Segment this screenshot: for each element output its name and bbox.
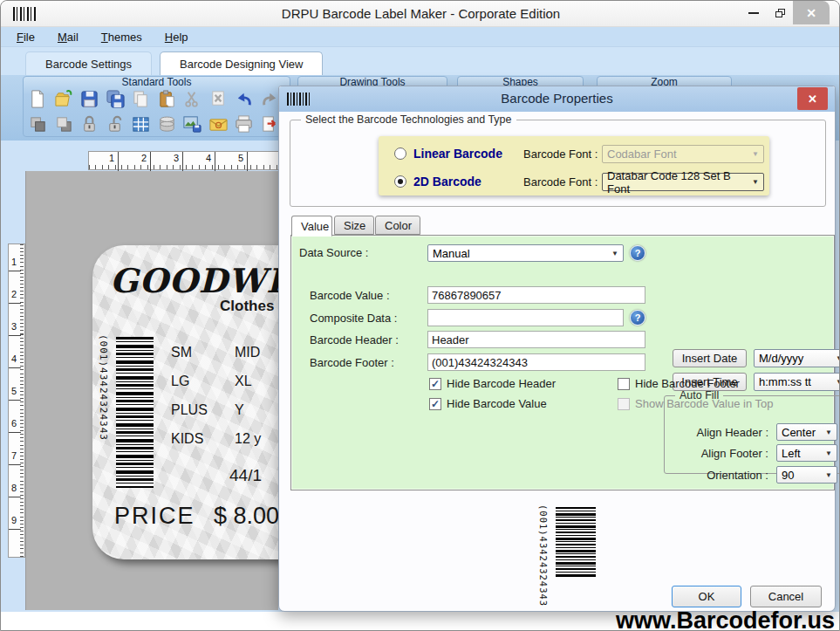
- redo-icon[interactable]: [259, 88, 281, 110]
- title-bar: DRPU Barcode Label Maker - Corporate Edi…: [1, 1, 840, 27]
- minimize-icon: [748, 12, 759, 14]
- close-icon: ✕: [806, 6, 816, 20]
- barcode-header-label: Barcode Header :: [310, 333, 399, 346]
- checkbox-icon: [618, 378, 630, 390]
- cut-icon[interactable]: [181, 88, 203, 110]
- preview-barcode-text: (001)43424324343: [538, 504, 549, 581]
- hide-barcode-footer-checkbox[interactable]: Hide Barcode Footer: [618, 377, 740, 390]
- dialog-title: Barcode Properties: [279, 91, 835, 106]
- 2d-barcode-radio[interactable]: [394, 175, 406, 188]
- barcode-header-input[interactable]: Header: [427, 331, 645, 348]
- orientation-dropdown[interactable]: 90▼: [776, 466, 837, 484]
- cancel-button[interactable]: Cancel: [750, 586, 822, 607]
- checkbox-icon: [429, 398, 441, 410]
- barcode-footer-label: Barcode Footer :: [310, 356, 394, 369]
- vruler-number: 3: [11, 321, 17, 332]
- technology-panel: Linear Barcode Barcode Font : Codabar Fo…: [379, 136, 769, 195]
- checkbox-icon: [618, 398, 630, 410]
- watermark-text: www.Barcodefor.us: [616, 607, 835, 631]
- linear-font-dropdown[interactable]: Codabar Font ▼: [602, 145, 764, 163]
- database-icon[interactable]: [156, 113, 178, 135]
- menu-help[interactable]: Help: [165, 31, 188, 44]
- save-icon[interactable]: [79, 88, 100, 110]
- align-footer-label: Align Footer :: [688, 447, 768, 460]
- tab-barcode-settings[interactable]: Barcode Settings: [25, 51, 152, 75]
- dialog-tab-color[interactable]: Color: [375, 216, 420, 235]
- label-price-caption: PRICE: [114, 503, 195, 530]
- insert-date-button[interactable]: Insert Date: [673, 349, 747, 367]
- hide-barcode-header-checkbox[interactable]: Hide Barcode Header: [429, 377, 556, 390]
- barcode-properties-dialog: Barcode Properties ✕ Select the Barcode …: [278, 86, 836, 612]
- vruler-number: 5: [11, 386, 17, 396]
- align-header-dropdown[interactable]: Center▼: [776, 423, 837, 441]
- bring-to-front-icon[interactable]: [27, 113, 49, 135]
- dialog-tab-size[interactable]: Size: [334, 216, 374, 235]
- dialog-close-button[interactable]: ✕: [797, 87, 828, 110]
- new-document-icon[interactable]: [27, 88, 49, 110]
- data-source-dropdown[interactable]: Manual▼: [427, 244, 624, 262]
- export-image-icon[interactable]: [181, 113, 203, 135]
- chevron-down-icon: ▼: [752, 178, 759, 186]
- vruler-number: 6: [11, 418, 17, 429]
- standard-toolbar: [27, 88, 289, 139]
- data-source-help-icon[interactable]: ?: [630, 245, 645, 261]
- hide-barcode-value-checkbox[interactable]: Hide Barcode Value: [429, 397, 547, 410]
- email-icon[interactable]: [208, 113, 229, 135]
- menu-themes[interactable]: Themes: [101, 31, 142, 44]
- menu-mail[interactable]: Mail: [58, 31, 79, 44]
- date-format-dropdown[interactable]: M/d/yyyy▼: [754, 349, 840, 367]
- group-standard-tools-title: Standard Tools: [24, 76, 290, 88]
- dialog-close-icon: ✕: [808, 93, 817, 106]
- paste-icon[interactable]: [156, 88, 178, 110]
- print-icon[interactable]: [233, 113, 255, 135]
- barcode-value-input[interactable]: 76867890657: [427, 286, 645, 304]
- vruler-number: 1: [11, 257, 17, 267]
- copy-icon[interactable]: [130, 88, 152, 110]
- show-barcode-value-top-checkbox[interactable]: Show Barcode Value in Top: [618, 397, 774, 410]
- menu-file[interactable]: File: [17, 31, 35, 44]
- linear-barcode-radio[interactable]: [394, 147, 406, 160]
- minimize-button[interactable]: [741, 1, 767, 25]
- align-header-label: Align Header :: [688, 426, 768, 439]
- window-title: DRPU Barcode Label Maker - Corporate Edi…: [1, 6, 840, 21]
- close-button[interactable]: ✕: [793, 1, 830, 24]
- label-barcode-text: (001)43424324343: [98, 334, 109, 491]
- menu-bar: FileMailThemesHelp: [1, 27, 840, 47]
- hruler-number: 3: [174, 153, 179, 163]
- time-format-dropdown[interactable]: h:mm:ss tt▼: [754, 373, 840, 391]
- 2d-barcode-label: 2D Barcode: [413, 175, 481, 189]
- tab-barcode-designing-view[interactable]: Barcode Designing View: [160, 51, 323, 75]
- orientation-label: Orientation :: [688, 469, 768, 482]
- composite-data-input[interactable]: [427, 309, 624, 326]
- label-barcode-bars: [116, 337, 154, 488]
- restore-button[interactable]: [767, 1, 793, 25]
- restore-icon: [775, 9, 785, 17]
- send-to-back-icon[interactable]: [53, 113, 75, 135]
- group-standard-tools: Standard Tools: [23, 76, 290, 137]
- composite-data-label: Composite Data :: [310, 312, 397, 325]
- save-as-icon[interactable]: [105, 88, 126, 110]
- label-ratio-text: 44/1: [229, 466, 262, 485]
- barcode-value-label: Barcode Value :: [310, 289, 390, 302]
- label-subtitle-text: Clothes: [220, 298, 274, 315]
- 2d-font-dropdown[interactable]: Databar Code 128 Set B Font ▼: [602, 173, 764, 191]
- delete-icon[interactable]: [208, 88, 229, 110]
- composite-help-icon[interactable]: ?: [630, 310, 645, 326]
- exit-icon[interactable]: [259, 113, 281, 135]
- dialog-title-bar: Barcode Properties ✕: [279, 86, 835, 112]
- barcode-footer-input[interactable]: (001)43424324343: [427, 353, 645, 371]
- lock-icon[interactable]: [79, 113, 100, 135]
- grid-icon[interactable]: [130, 113, 152, 135]
- open-file-icon[interactable]: [53, 88, 75, 110]
- tab-strip: Barcode SettingsBarcode Designing View: [1, 47, 840, 75]
- dialog-tab-value[interactable]: Value: [291, 216, 332, 237]
- technology-groupbox-title: Select the Barcode Technologies and Type: [301, 113, 516, 126]
- hruler-number: 5: [238, 153, 243, 163]
- align-footer-dropdown[interactable]: Left▼: [776, 444, 837, 462]
- undo-icon[interactable]: [233, 88, 255, 110]
- unlock-icon[interactable]: [105, 113, 126, 135]
- app-window: DRPU Barcode Label Maker - Corporate Edi…: [0, 0, 840, 631]
- ok-button[interactable]: OK: [672, 586, 741, 607]
- checkbox-icon: [429, 378, 441, 390]
- vruler-number: 8: [11, 483, 17, 493]
